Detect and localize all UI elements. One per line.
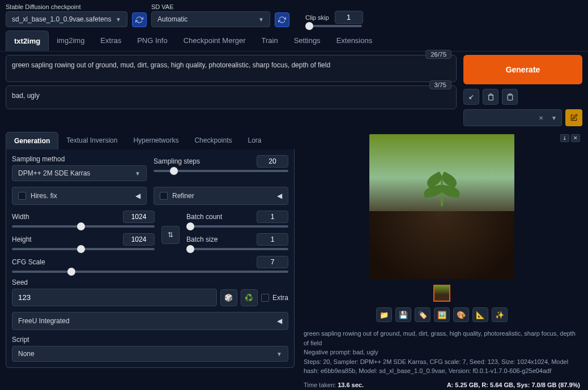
main-tabs: txt2img img2img Extras PNG Info Checkpoi… [0, 31, 588, 52]
extra-label: Extra [272, 294, 288, 302]
zip-button[interactable]: 🏷️ [415, 307, 431, 322]
height-slider[interactable] [12, 248, 155, 250]
tab-txt2img[interactable]: txt2img [6, 31, 49, 51]
extra-checkbox[interactable] [261, 294, 269, 302]
checkpoint-dropdown[interactable]: sd_xl_base_1.0_0.9vae.safetensors [e6bb9… [6, 11, 127, 27]
output-thumbnail[interactable] [433, 285, 450, 302]
vae-dropdown[interactable]: Automatic ▼ [151, 11, 270, 27]
generation-info: green sapling rowing out of ground, mud,… [301, 329, 582, 376]
chevron-down-icon: ▼ [135, 170, 140, 177]
subtab-lora[interactable]: Lora [240, 132, 269, 149]
batch-size-value[interactable] [257, 233, 288, 246]
triangle-left-icon: ◀ [135, 192, 140, 200]
tab-img2img[interactable]: img2img [49, 31, 92, 51]
token-count-neg: 3/75 [429, 80, 451, 89]
edit-styles-button[interactable] [565, 109, 582, 126]
random-seed-button[interactable]: 🎲 [220, 289, 237, 306]
clip-label: Clip skip [305, 14, 329, 21]
chevron-down-icon: ▼ [551, 115, 557, 121]
tab-extensions[interactable]: Extensions [329, 31, 381, 51]
reuse-seed-button[interactable]: ♻️ [241, 289, 258, 306]
generate-button[interactable]: Generate [463, 55, 582, 84]
width-value[interactable] [123, 211, 155, 223]
tab-extras[interactable]: Extras [92, 31, 129, 51]
sampling-method-value: DPM++ 2M SDE Karras [18, 169, 90, 177]
batch-size-label: Batch size [186, 235, 218, 243]
freeu-accordion[interactable]: FreeU Integrated ◀ [12, 312, 288, 330]
tab-train[interactable]: Train [254, 31, 286, 51]
subtab-checkpoints[interactable]: Checkpoints [186, 132, 240, 149]
script-label: Script [12, 336, 288, 344]
refresh-checkpoint-button[interactable] [132, 12, 147, 27]
save-button[interactable]: 💾 [395, 307, 411, 322]
cfg-label: CFG Scale [12, 258, 45, 266]
checkpoint-value: sd_xl_base_1.0_0.9vae.safetensors [e6bb9… [12, 15, 111, 23]
tab-settings[interactable]: Settings [286, 31, 329, 51]
batch-count-label: Batch count [186, 213, 222, 221]
refiner-label: Refiner [172, 192, 194, 200]
clip-slider[interactable] [305, 25, 362, 27]
upscale-button[interactable]: ✨ [492, 307, 508, 322]
freeu-label: FreeU Integrated [18, 317, 70, 325]
vae-label: SD VAE [151, 3, 270, 10]
download-image-button[interactable]: ⤓ [560, 134, 569, 142]
refresh-vae-button[interactable] [275, 12, 289, 27]
subtab-hypernetworks[interactable]: Hypernetworks [125, 132, 186, 149]
seed-input[interactable] [12, 289, 217, 306]
script-value: None [18, 350, 35, 358]
hires-checkbox[interactable] [18, 192, 26, 200]
close-image-button[interactable]: ✕ [571, 134, 580, 142]
refiner-accordion[interactable]: Refiner ◀ [154, 187, 288, 205]
send-img2img-button[interactable]: 🖼️ [434, 307, 450, 322]
triangle-left-icon: ◀ [277, 317, 282, 325]
sampling-method-label: Sampling method [12, 155, 147, 163]
height-value[interactable] [123, 233, 155, 246]
svg-rect-0 [509, 94, 511, 95]
token-count-pos: 26/75 [425, 50, 451, 59]
info-params: Steps: 20, Sampler: DPM++ 2M SDE Karras,… [304, 357, 580, 376]
checkpoint-label: Stable Diffusion checkpoint [6, 3, 127, 10]
batch-size-slider[interactable] [186, 248, 288, 250]
steps-value[interactable] [257, 155, 288, 168]
steps-slider[interactable] [154, 170, 288, 172]
chevron-down-icon: ▼ [116, 16, 121, 23]
info-negative: Negative prompt: bad, ugly [304, 348, 580, 357]
cfg-value[interactable] [257, 256, 288, 268]
prompt-positive[interactable]: 26/75 green sapling rowing out of ground… [6, 55, 457, 82]
vae-value: Automatic [157, 15, 188, 23]
swap-dimensions-button[interactable]: ⇅ [161, 226, 180, 244]
triangle-left-icon: ◀ [277, 192, 282, 200]
memory-usage: A: 5.25 GB, R: 5.64 GB, Sys: 7.0/8 GB (8… [447, 382, 580, 388]
sampling-method-dropdown[interactable]: DPM++ 2M SDE Karras ▼ [12, 165, 147, 181]
seed-label: Seed [12, 278, 288, 286]
refiner-checkbox[interactable] [160, 192, 168, 200]
tab-checkpoint-merger[interactable]: Checkpoint Merger [176, 31, 254, 51]
prompt-negative[interactable]: 3/75 bad, ugly [6, 85, 457, 109]
chevron-down-icon: ▼ [276, 351, 282, 357]
subtab-textual-inversion[interactable]: Textual Inversion [58, 132, 125, 149]
width-slider[interactable] [12, 225, 155, 228]
clear-prompt-button[interactable] [483, 89, 498, 105]
cfg-slider[interactable] [12, 271, 288, 273]
hires-label: Hires. fix [31, 192, 57, 200]
batch-count-value[interactable] [257, 211, 288, 223]
width-label: Width [12, 213, 29, 221]
subtab-generation[interactable]: Generation [6, 132, 58, 149]
open-folder-button[interactable]: 📁 [376, 307, 392, 322]
steps-label: Sampling steps [154, 157, 200, 165]
styles-dropdown[interactable]: ✕ ▼ [463, 109, 562, 126]
info-prompt: green sapling rowing out of ground, mud,… [304, 329, 580, 348]
batch-count-slider[interactable] [186, 225, 288, 228]
height-label: Height [12, 235, 32, 243]
paste-button[interactable] [502, 89, 518, 105]
output-image[interactable] [369, 134, 514, 279]
hires-fix-accordion[interactable]: Hires. fix ◀ [12, 187, 147, 205]
script-dropdown[interactable]: None ▼ [12, 346, 288, 362]
close-icon[interactable]: ✕ [539, 115, 543, 121]
send-extras-button[interactable]: 📐 [472, 307, 488, 322]
arrow-button[interactable]: ↙ [463, 89, 479, 105]
send-inpaint-button[interactable]: 🎨 [453, 307, 469, 322]
prompt-positive-text: green sapling rowing out of ground, mud,… [12, 61, 330, 69]
chevron-down-icon: ▼ [258, 16, 264, 23]
tab-pnginfo[interactable]: PNG Info [129, 31, 175, 51]
